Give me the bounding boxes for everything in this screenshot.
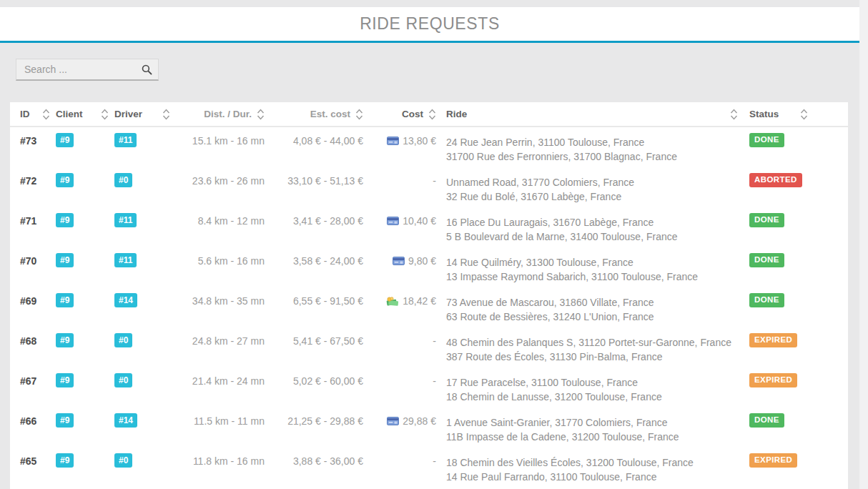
status-badge: DONE	[749, 133, 784, 147]
dropoff-address: 14 Rue Paul Farrando, 31100 Toulouse, Fr…	[446, 470, 744, 484]
client-badge[interactable]: #9	[56, 293, 74, 307]
credit-card-icon	[387, 217, 399, 225]
credit-card-icon	[393, 257, 405, 265]
column-header-driver[interactable]: Driver	[114, 109, 176, 120]
driver-badge[interactable]: #14	[114, 293, 137, 307]
estimated-cost: 33,10 € - 51,13 €	[265, 167, 363, 187]
credit-card-icon	[387, 137, 399, 145]
status-badge: EXPIRED	[749, 333, 797, 347]
estimated-cost: 3,41 € - 28,00 €	[265, 207, 363, 227]
distance-duration: 21.4 km - 24 mn	[176, 367, 265, 387]
cost-cell: 18,42 €	[363, 287, 436, 307]
ride-addresses: 16 Place Du Lauragais, 31670 Labège, Fra…	[436, 207, 744, 244]
column-header-id[interactable]: ID	[10, 109, 56, 120]
distance-duration: 24.8 km - 27 mn	[176, 327, 265, 347]
client-badge[interactable]: #9	[56, 253, 74, 267]
driver-badge[interactable]: #0	[114, 173, 132, 187]
client-badge[interactable]: #9	[56, 413, 74, 428]
column-label: Driver	[114, 109, 142, 119]
estimated-cost: 5,02 € - 60,00 €	[265, 367, 363, 387]
sort-chevrons-icon[interactable]	[355, 109, 363, 120]
driver-badge[interactable]: #11	[114, 213, 137, 227]
sort-chevrons-icon[interactable]	[428, 109, 436, 120]
table-row[interactable]: #72 #9 #0 23.6 km - 26 mn 33,10 € - 51,1…	[10, 167, 848, 207]
pickup-address: 18 Chemin des Vieilles Écoles, 31200 Tou…	[446, 455, 744, 470]
credit-card-icon	[387, 137, 399, 145]
cost-value: 29,88 €	[403, 415, 436, 427]
cost-cell: 13,80 €	[363, 127, 436, 147]
column-label: ID	[20, 109, 30, 119]
table-row[interactable]: #71 #9 #11 8.4 km - 12 mn 3,41 € - 28,00…	[10, 207, 848, 247]
dropoff-address: 5 B Boulevard de la Marne, 31400 Toulous…	[446, 229, 744, 244]
pickup-address: 1 Avenue Saint-Granier, 31770 Colomiers,…	[446, 415, 744, 430]
sort-chevrons-icon[interactable]	[730, 109, 738, 120]
column-header-ride[interactable]: Ride	[436, 109, 744, 120]
credit-card-icon	[387, 417, 399, 425]
sort-chevrons-icon[interactable]	[800, 109, 808, 120]
status-badge: DONE	[749, 413, 784, 428]
ride-addresses: 48 Chemin des Palanques S, 31120 Portet-…	[436, 327, 744, 364]
dropoff-address: 13 Impasse Raymond Sabarich, 31100 Toulo…	[446, 270, 744, 284]
ride-id: #68	[10, 327, 56, 347]
driver-badge[interactable]: #11	[114, 133, 137, 147]
search-box	[16, 59, 159, 81]
ride-id: #67	[10, 367, 56, 387]
column-header-client[interactable]: Client	[56, 109, 114, 120]
client-badge[interactable]: #9	[56, 453, 74, 468]
sort-chevrons-icon[interactable]	[101, 109, 109, 120]
client-badge[interactable]: #9	[56, 213, 74, 227]
table-row[interactable]: #66 #9 #14 11.5 km - 11 mn 21,25 € - 29,…	[10, 408, 848, 448]
table-header-row: ID Client Driver Dist. / Dur. Est. cost	[10, 102, 848, 127]
cost-cell: 10,40 €	[363, 207, 436, 227]
client-badge[interactable]: #9	[56, 333, 74, 347]
sort-chevrons-icon[interactable]	[42, 109, 50, 120]
status-badge: DONE	[749, 293, 784, 307]
distance-duration: 11.5 km - 11 mn	[176, 408, 265, 427]
table-row[interactable]: #69 #9 #14 34.8 km - 35 mn 6,55 € - 91,5…	[10, 287, 848, 327]
cost-value: 9,80 €	[408, 255, 436, 267]
estimated-cost: 6,55 € - 91,50 €	[265, 287, 363, 307]
driver-badge[interactable]: #0	[114, 453, 132, 468]
table-row[interactable]: #73 #9 #11 15.1 km - 16 mn 4,08 € - 44,0…	[10, 127, 848, 167]
client-badge[interactable]: #9	[56, 133, 74, 147]
ride-addresses: 1 Avenue Saint-Granier, 31770 Colomiers,…	[436, 408, 744, 444]
client-badge[interactable]: #9	[56, 373, 74, 387]
status-badge: EXPIRED	[749, 373, 797, 387]
column-header-dist-dur[interactable]: Dist. / Dur.	[176, 109, 265, 120]
cash-icon	[386, 297, 399, 306]
pickup-address: 16 Place Du Lauragais, 31670 Labège, Fra…	[446, 215, 744, 229]
sort-chevrons-icon[interactable]	[162, 109, 170, 120]
search-input[interactable]	[16, 59, 159, 81]
ride-addresses: 14 Rue Quilméry, 31300 Toulouse, France …	[436, 247, 744, 284]
ride-id: #70	[10, 247, 56, 267]
pickup-address: 24 Rue Jean Perrin, 31100 Toulouse, Fran…	[446, 135, 744, 149]
sort-chevrons-icon[interactable]	[257, 109, 265, 120]
driver-badge[interactable]: #0	[114, 373, 132, 387]
driver-badge[interactable]: #14	[114, 413, 137, 428]
cost-cell: -	[363, 367, 436, 387]
distance-duration: 34.8 km - 35 mn	[176, 287, 265, 307]
dropoff-address: 63 Route de Bessières, 31240 L'Union, Fr…	[446, 310, 744, 324]
ride-id: #69	[10, 287, 56, 307]
ride-addresses: 73 Avenue de Mascarou, 31860 Villate, Fr…	[436, 287, 744, 324]
dropoff-address: 11B Impasse de la Cadene, 31200 Toulouse…	[446, 430, 744, 444]
cost-value: 10,40 €	[403, 215, 436, 227]
table-row[interactable]: #65 #9 #0 11.8 km - 16 mn 3,88 € - 36,00…	[10, 448, 848, 488]
driver-badge[interactable]: #11	[114, 253, 137, 267]
credit-card-icon	[387, 417, 399, 425]
estimated-cost: 5,41 € - 67,50 €	[265, 327, 363, 347]
magnifier-icon[interactable]	[142, 64, 152, 75]
estimated-cost: 21,25 € - 29,88 €	[265, 408, 363, 427]
driver-badge[interactable]: #0	[114, 333, 132, 347]
column-header-status[interactable]: Status	[744, 109, 848, 120]
table-row[interactable]: #70 #9 #11 5.6 km - 16 mn 3,58 € - 24,00…	[10, 247, 848, 287]
column-label: Status	[749, 109, 779, 119]
dropoff-address: 31700 Rue des Ferronniers, 31700 Blagnac…	[446, 149, 744, 164]
table-row[interactable]: #68 #9 #0 24.8 km - 27 mn 5,41 € - 67,50…	[10, 327, 848, 367]
table-row[interactable]: #67 #9 #0 21.4 km - 24 mn 5,02 € - 60,00…	[10, 367, 848, 408]
ride-addresses: 18 Chemin des Vieilles Écoles, 31200 Tou…	[436, 448, 744, 484]
column-header-est-cost[interactable]: Est. cost	[265, 109, 363, 120]
client-badge[interactable]: #9	[56, 173, 74, 187]
column-header-cost[interactable]: Cost	[363, 109, 436, 120]
cost-cell: -	[363, 327, 436, 347]
